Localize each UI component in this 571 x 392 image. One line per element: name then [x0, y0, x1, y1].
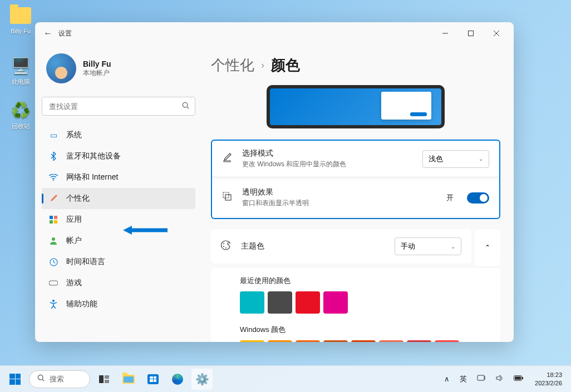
desktop-icon-label: Billy Fu	[7, 28, 35, 34]
svg-rect-10	[54, 220, 57, 224]
desktop-icon-pc[interactable]: 🖥️ 此电脑	[7, 54, 35, 86]
network-tray-icon[interactable]	[474, 372, 489, 386]
nav-list: ▭ 系统 蓝牙和其他设备 网络和 Internet	[42, 125, 195, 315]
breadcrumb: 个性化 › 颜色	[211, 56, 500, 75]
window-title: 设置	[58, 29, 432, 38]
wifi-icon	[48, 172, 58, 182]
toggle-label: 开	[446, 193, 454, 203]
svg-point-11	[52, 237, 55, 241]
minimize-button[interactable]	[432, 24, 458, 42]
taskbar: 搜索 ⚙️ ∧ 英 18:23 2023/2/26	[0, 365, 571, 392]
transparency-toggle[interactable]	[467, 192, 489, 204]
apps-icon	[48, 215, 58, 225]
profile[interactable]: Billy Fu 本地帐户	[42, 49, 195, 88]
accent-dropdown[interactable]: 手动 ⌄	[395, 237, 461, 255]
chevron-up-icon: ⌃	[485, 244, 490, 251]
mode-dropdown[interactable]: 浅色 ⌄	[422, 150, 489, 168]
person-icon	[48, 236, 58, 246]
edge-button[interactable]	[167, 369, 188, 390]
explorer-button[interactable]	[118, 369, 139, 390]
clock-icon	[48, 257, 58, 267]
folder-icon	[122, 375, 135, 384]
section-title: 最近使用的颜色	[240, 276, 490, 286]
accessibility-icon	[48, 299, 58, 309]
theme-preview	[267, 85, 445, 128]
sidebar-item-system[interactable]: ▭ 系统	[42, 125, 195, 146]
svg-point-14	[52, 300, 55, 302]
profile-name: Billy Fu	[83, 59, 111, 68]
sidebar-item-label: 帐户	[66, 236, 82, 246]
expand-button[interactable]: ⌃	[475, 229, 500, 266]
taskbar-clock[interactable]: 18:23 2023/2/26	[530, 371, 567, 387]
task-view-button[interactable]	[93, 369, 115, 390]
folder-icon	[9, 4, 32, 27]
desktop-icon-label: 此电脑	[7, 78, 35, 86]
windows-logo-icon	[9, 374, 21, 385]
svg-rect-17	[224, 161, 230, 162]
sidebar-item-time[interactable]: 时间和语言	[42, 251, 195, 272]
sidebar-item-apps[interactable]: 应用	[42, 209, 195, 230]
sidebar-item-accounts[interactable]: 帐户	[42, 230, 195, 251]
bluetooth-icon	[48, 151, 58, 161]
start-button[interactable]	[4, 369, 26, 390]
color-swatch[interactable]	[435, 340, 459, 342]
close-button[interactable]	[484, 24, 509, 42]
avatar	[46, 53, 76, 83]
store-button[interactable]	[142, 369, 164, 390]
sidebar-item-network[interactable]: 网络和 Internet	[42, 167, 195, 188]
sidebar-item-label: 蓝牙和其他设备	[66, 151, 121, 161]
setting-row-accent[interactable]: 主题色 手动 ⌄	[211, 229, 471, 264]
maximize-icon	[468, 31, 474, 36]
gaming-icon	[48, 278, 58, 288]
desktop-icon-folder[interactable]: Billy Fu	[7, 4, 35, 34]
windows-color-swatches	[240, 340, 490, 342]
battery-tray-icon[interactable]	[510, 373, 527, 385]
color-swatch[interactable]	[240, 340, 264, 342]
sidebar-item-gaming[interactable]: 游戏	[42, 272, 195, 294]
search-input[interactable]	[42, 97, 195, 116]
maximize-button[interactable]	[458, 24, 484, 42]
back-button[interactable]: ←	[40, 25, 56, 42]
breadcrumb-parent[interactable]: 个性化	[211, 56, 254, 75]
setting-title: 选择模式	[242, 148, 414, 158]
tray-chevron[interactable]: ∧	[441, 373, 453, 385]
search-box	[42, 97, 195, 116]
color-swatch[interactable]	[323, 340, 348, 342]
dropdown-value: 浅色	[429, 154, 443, 164]
gear-icon: ⚙️	[195, 373, 209, 386]
recycle-icon: ♻️	[9, 99, 32, 121]
svg-point-22	[225, 247, 227, 249]
search-icon	[37, 374, 45, 384]
color-swatch[interactable]	[379, 340, 403, 342]
chevron-down-icon: ⌄	[479, 156, 483, 162]
color-swatch[interactable]	[296, 340, 320, 342]
color-swatch[interactable]	[240, 291, 264, 314]
color-swatch[interactable]	[268, 340, 292, 342]
volume-tray-icon[interactable]	[493, 372, 507, 386]
ime-indicator[interactable]: 英	[456, 372, 470, 386]
taskbar-search[interactable]: 搜索	[29, 370, 90, 388]
svg-line-5	[187, 107, 189, 108]
recent-color-swatches	[240, 291, 490, 314]
desktop-icon-recycle[interactable]: ♻️ 回收站	[7, 99, 35, 131]
sidebar-item-bluetooth[interactable]: 蓝牙和其他设备	[42, 146, 195, 167]
color-swatch[interactable]	[296, 291, 320, 314]
color-swatch[interactable]	[407, 340, 431, 342]
chevron-down-icon: ⌄	[451, 244, 455, 250]
color-swatch[interactable]	[323, 291, 348, 314]
svg-point-23	[38, 375, 43, 380]
sidebar-item-label: 应用	[66, 215, 82, 225]
windows-colors-section: Windows 颜色	[211, 317, 500, 342]
search-icon	[182, 102, 190, 111]
settings-button[interactable]: ⚙️	[191, 369, 213, 390]
sidebar-item-label: 时间和语言	[66, 257, 105, 267]
titlebar: ← 设置	[35, 22, 514, 44]
sidebar-item-personalization[interactable]: 个性化	[42, 188, 195, 209]
pc-icon: 🖥️	[9, 54, 32, 77]
svg-rect-8	[54, 216, 57, 219]
color-swatch[interactable]	[351, 340, 376, 342]
setting-subtitle: 更改 Windows 和应用中显示的颜色	[242, 160, 414, 169]
task-view-icon	[99, 375, 109, 383]
color-swatch[interactable]	[268, 291, 292, 314]
sidebar-item-accessibility[interactable]: 辅助功能	[42, 294, 195, 315]
